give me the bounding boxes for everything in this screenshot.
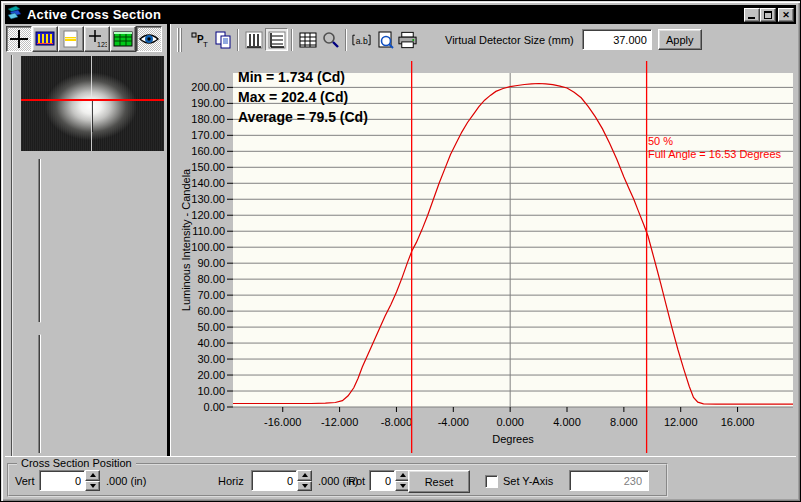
maximize-button[interactable] [760, 8, 776, 22]
y-tick-label: 180.00 [191, 113, 225, 125]
pt-button[interactable]: P T [188, 28, 211, 51]
y-tick-label: 60.00 [197, 305, 225, 317]
y-tick-label: 40.00 [197, 337, 225, 349]
horiz-label: Horiz [218, 475, 244, 487]
table-button[interactable] [296, 28, 319, 51]
detector-size-label: Virtual Detector Size (mm) [445, 34, 574, 46]
x-tick-label: -4.000 [438, 416, 469, 428]
vertical-bars-chart-button[interactable] [242, 28, 265, 51]
vert-unit-label: .000 (in) [106, 475, 146, 487]
text-label-icon: a.b [351, 30, 372, 50]
x-tick-label: 16.000 [721, 416, 755, 428]
y-axis-title: Luminous Intensity - Candela [180, 168, 192, 311]
zoom-button[interactable] [319, 28, 342, 51]
y-axis-max-input[interactable] [569, 470, 649, 491]
min-annotation: Min = 1.734 (Cd) [238, 67, 368, 87]
detector-size-input[interactable] [582, 29, 652, 50]
apply-button[interactable]: Apply [658, 29, 702, 50]
green-grid-icon [113, 29, 133, 49]
cursor-percent-label: 50 % [648, 135, 781, 148]
window-title: Active Cross Section [27, 7, 161, 22]
rot-input[interactable] [369, 470, 395, 491]
main-toolbar: P T [172, 24, 796, 55]
vert-label: Vert [15, 475, 35, 487]
y-tick-label: 80.00 [197, 273, 225, 285]
printer-button[interactable] [396, 28, 419, 51]
y-tick-label: 30.00 [197, 353, 225, 365]
toolbar-separator [345, 29, 347, 51]
color-scale-icon [35, 29, 55, 49]
horizontal-lines-chart-button[interactable] [265, 28, 288, 51]
horizontal-lines-chart-icon [267, 30, 287, 50]
print-preview-icon [375, 30, 395, 50]
crosshair-123-button[interactable]: 123 [84, 26, 110, 52]
rot-spinner [369, 470, 410, 491]
y-tick-label: 160.00 [191, 145, 225, 157]
horiz-spinner [251, 470, 312, 491]
vertical-bars-chart-icon [244, 30, 264, 50]
zoom-icon [321, 30, 341, 50]
x-tick-label: 12.000 [664, 416, 698, 428]
set-y-axis-checkbox[interactable] [485, 475, 498, 488]
y-tick-label: 50.00 [197, 321, 225, 333]
minimize-button[interactable] [744, 8, 760, 22]
close-button[interactable]: ✕ [778, 8, 794, 22]
groupbox-title: Cross Section Position [17, 457, 136, 469]
reset-button[interactable]: Reset [408, 470, 470, 493]
y-tick-label: 120.00 [191, 209, 225, 221]
horiz-spin-down-icon[interactable] [297, 481, 312, 492]
x-tick-label: -12.000 [321, 416, 358, 428]
rot-label: Rot [348, 475, 365, 487]
horiz-input[interactable] [251, 470, 297, 491]
copy-icon [213, 30, 233, 50]
minimize-icon [748, 17, 755, 19]
x-tick-label: 4.000 [553, 416, 581, 428]
svg-text:a.b: a.b [356, 35, 368, 45]
green-grid-button[interactable] [110, 26, 136, 52]
vert-spin-up-icon[interactable] [85, 470, 100, 481]
vert-spin-down-icon[interactable] [85, 481, 100, 492]
chart-stats-annotation: Min = 1.734 (Cd) Max = 202.4 (Cd) Averag… [238, 67, 368, 127]
y-tick-label: 130.00 [191, 193, 225, 205]
vert-spinner [39, 470, 100, 491]
vertical-position-slider-thumb[interactable] [23, 322, 48, 335]
app-icon [7, 5, 23, 24]
beam-page-button[interactable] [58, 26, 84, 52]
print-preview-button[interactable] [373, 28, 396, 51]
active-cross-section-window: Active Cross Section ✕ [0, 0, 801, 502]
x-tick-label: -16.000 [264, 416, 301, 428]
max-annotation: Max = 202.4 (Cd) [238, 87, 368, 107]
cross-section-position-groupbox: Cross Section Position Vert .000 (in) Ho… [7, 463, 668, 497]
crosshair-icon [9, 29, 29, 49]
y-tick-label: 10.00 [197, 385, 225, 397]
y-tick-label: 0.00 [204, 401, 225, 413]
vertical-position-slider-track[interactable] [38, 159, 41, 453]
crosshair-123-icon: 123 [87, 29, 107, 49]
horizontal-cursor-line[interactable] [21, 99, 164, 101]
horiz-spin-up-icon[interactable] [297, 470, 312, 481]
vert-input[interactable] [39, 470, 85, 491]
cross-section-image[interactable] [21, 56, 164, 151]
y-tick-label: 100.00 [191, 241, 225, 253]
y-tick-label: 200.00 [191, 81, 225, 93]
copy-button[interactable] [211, 28, 234, 51]
title-bar[interactable]: Active Cross Section ✕ [5, 5, 796, 24]
panel-splitter[interactable] [167, 24, 171, 456]
maximize-icon [764, 11, 772, 19]
set-y-axis-label: Set Y-Axis [503, 475, 553, 487]
color-scale-button[interactable] [32, 26, 58, 52]
text-label-button[interactable]: a.b [350, 28, 373, 51]
y-tick-label: 140.00 [191, 177, 225, 189]
x-tick-label: 0.000 [496, 416, 524, 428]
beam-dark-line [92, 100, 93, 132]
crosshair-button[interactable] [6, 26, 32, 52]
left-panel [5, 55, 167, 456]
printer-icon [397, 30, 418, 50]
eye-button[interactable] [136, 26, 162, 52]
toolbar-gripper-icon[interactable] [177, 28, 184, 52]
cross-section-position-panel: Cross Section Position Vert .000 (in) Ho… [5, 456, 796, 497]
svg-text:T: T [203, 40, 208, 49]
y-tick-label: 20.00 [197, 369, 225, 381]
panel-groove [11, 55, 13, 456]
x-tick-label: -8.000 [381, 416, 412, 428]
